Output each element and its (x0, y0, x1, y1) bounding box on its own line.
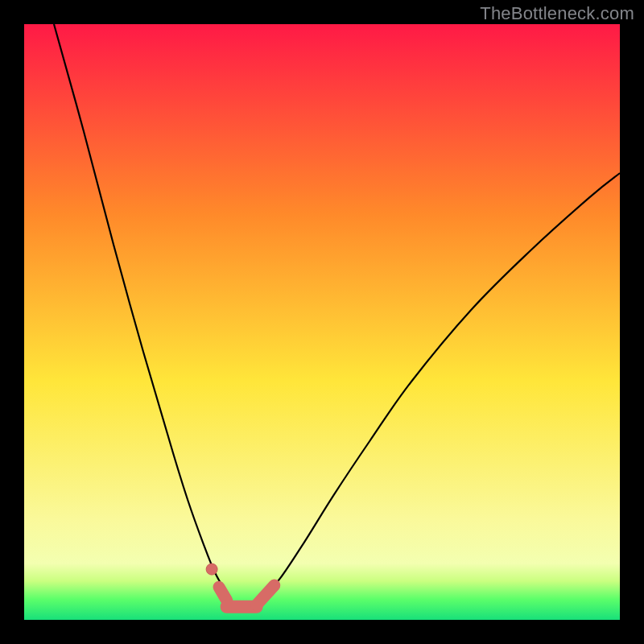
marker-segment-1 (219, 587, 227, 600)
marker-dot (206, 564, 217, 575)
chart-container: TheBottleneck.com (0, 0, 644, 644)
bottleneck-chart (0, 0, 644, 644)
plot-area (24, 24, 620, 620)
watermark-text: TheBottleneck.com (480, 3, 634, 24)
